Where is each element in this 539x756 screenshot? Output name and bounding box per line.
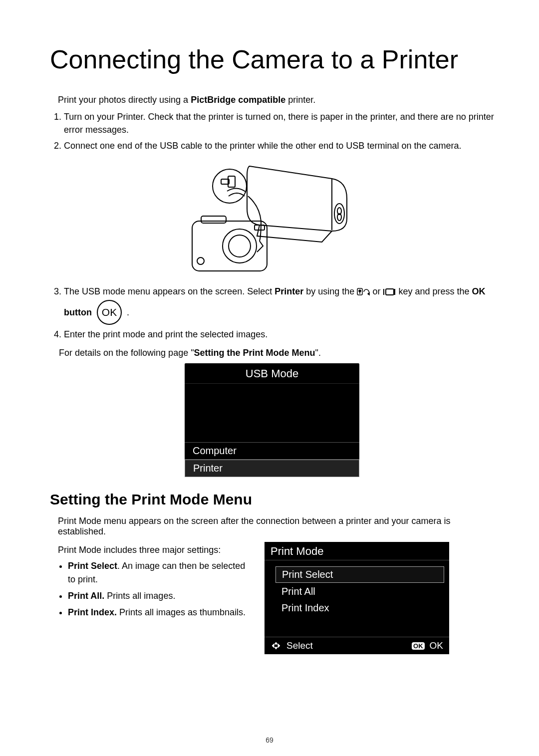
details-after: ". xyxy=(315,348,321,358)
svg-point-7 xyxy=(197,257,204,264)
display-key-icon xyxy=(383,288,396,296)
step3-ok-bold: OK xyxy=(472,286,486,296)
details-paragraph: For details on the following page "Setti… xyxy=(59,348,494,358)
print-mode-foot-ok: OK xyxy=(430,640,443,651)
bullet-print-index: Print Index. Prints all images as thumbn… xyxy=(68,606,250,619)
svg-rect-4 xyxy=(201,216,226,223)
steps-list: Turn on your Printer. Check that the pri… xyxy=(64,110,494,152)
bullet-print-all: Print All. Prints all images. xyxy=(68,589,250,603)
page-number: 69 xyxy=(0,736,539,744)
step-1: Turn on your Printer. Check that the pri… xyxy=(64,110,494,136)
print-mode-opt-select: Print Select xyxy=(275,566,444,583)
step3-button-bold: button xyxy=(64,306,92,319)
step3-text-e: key and press the xyxy=(398,286,472,296)
bullet-print-all-bold: Print All. xyxy=(68,591,104,601)
macro-key-icon xyxy=(357,288,370,296)
usb-mode-screen: USB Mode Computer Printer xyxy=(185,363,359,477)
bullet-print-all-rest: Prints all images. xyxy=(104,591,175,601)
step3-text-a: The USB mode menu appears on the screen.… xyxy=(64,286,274,296)
steps-list-cont: The USB mode menu appears on the screen.… xyxy=(64,285,494,341)
svg-point-6 xyxy=(229,235,251,257)
step3-text-d: or xyxy=(372,286,383,296)
svg-point-13 xyxy=(359,290,361,292)
bullet-print-select: Print Select. An image can then be selec… xyxy=(68,559,250,586)
print-mode-bullets: Print Select. An image can then be selec… xyxy=(68,559,250,619)
ok-button-icon: OK xyxy=(97,300,122,325)
section2-p1: Print Mode menu appears on the screen af… xyxy=(58,516,494,537)
step3-period: . xyxy=(127,306,129,319)
details-bold: Setting the Print Mode Menu xyxy=(194,348,315,358)
svg-rect-15 xyxy=(386,289,394,295)
bullet-print-select-bold: Print Select xyxy=(68,561,117,571)
print-mode-opt-index: Print Index xyxy=(275,600,444,616)
svg-point-5 xyxy=(223,229,257,263)
step3-text-c: by using the xyxy=(303,286,357,296)
print-mode-foot-select: Select xyxy=(286,640,313,651)
usb-mode-item-printer: Printer xyxy=(185,460,359,477)
svg-point-9 xyxy=(213,169,247,203)
print-mode-screen: Print Mode Print Select Print All Print … xyxy=(265,542,449,654)
step-2: Connect one end of the USB cable to the … xyxy=(64,139,494,152)
lead-text-before: Print your photos directly using a xyxy=(58,95,191,105)
section2-p2: Print Mode includes three major settings… xyxy=(58,545,250,555)
bullet-print-index-bold: Print Index. xyxy=(68,607,117,617)
step-3: The USB mode menu appears on the screen.… xyxy=(64,285,494,325)
dpad-icon xyxy=(270,642,281,650)
step-4: Enter the print mode and print the selec… xyxy=(64,328,494,341)
usb-mode-body xyxy=(185,384,359,442)
details-before: For details on the following page " xyxy=(59,348,194,358)
ok-badge-icon: OK xyxy=(412,642,425,650)
print-mode-opt-all: Print All xyxy=(275,584,444,599)
camera-printer-illustration xyxy=(182,161,362,276)
section2-title: Setting the Print Mode Menu xyxy=(50,491,494,508)
print-mode-area: Print Select Print All Print Index xyxy=(265,560,449,637)
page-title: Connecting the Camera to a Printer xyxy=(50,45,494,75)
usb-mode-item-computer: Computer xyxy=(185,442,359,460)
lead-text-after: printer. xyxy=(285,95,315,105)
bullet-print-index-rest: Prints all images as thumbnails. xyxy=(117,607,246,617)
lead-paragraph: Print your photos directly using a PictB… xyxy=(58,95,494,105)
print-mode-head: Print Mode xyxy=(265,542,449,560)
step3-printer-bold: Printer xyxy=(274,286,303,296)
print-mode-footer: Select OK OK xyxy=(265,637,449,654)
lead-text-bold: PictBridge compatible xyxy=(191,95,285,105)
usb-mode-title: USB Mode xyxy=(185,363,359,384)
